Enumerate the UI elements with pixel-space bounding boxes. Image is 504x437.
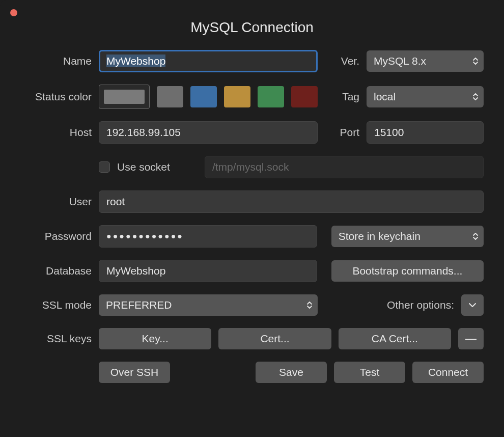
- version-select[interactable]: MySQL 8.x: [367, 50, 484, 72]
- database-label: Database: [20, 265, 92, 277]
- connect-button[interactable]: Connect: [412, 362, 484, 383]
- host-input[interactable]: 192.168.99.105: [99, 121, 318, 144]
- ssl-ca-cert-button[interactable]: CA Cert...: [339, 328, 451, 349]
- other-options-toggle[interactable]: [461, 294, 484, 316]
- dialog-title: MySQL Connection: [0, 0, 504, 50]
- use-socket-checkbox[interactable]: [99, 161, 110, 173]
- chevron-updown-icon: [472, 57, 479, 66]
- ssl-clear-button[interactable]: —: [458, 328, 484, 349]
- status-color-green[interactable]: [258, 86, 284, 107]
- port-label: Port: [340, 126, 359, 139]
- user-label: User: [20, 196, 92, 208]
- chevron-updown-icon: [472, 92, 479, 101]
- minus-icon: —: [465, 332, 477, 345]
- password-store-select[interactable]: Store in keychain: [331, 226, 484, 247]
- ssl-cert-button[interactable]: Cert...: [218, 328, 331, 349]
- name-label: Name: [20, 55, 92, 67]
- password-input[interactable]: ●●●●●●●●●●●●: [99, 225, 317, 248]
- status-color-gray[interactable]: [157, 86, 183, 107]
- tag-label: Tag: [342, 91, 359, 103]
- status-color-selected[interactable]: [99, 85, 150, 109]
- version-label: Ver.: [341, 55, 359, 67]
- close-window-button[interactable]: [10, 9, 17, 16]
- name-input[interactable]: MyWebshop: [99, 50, 318, 72]
- ssl-mode-label: SSL mode: [20, 299, 92, 311]
- test-button[interactable]: Test: [334, 362, 405, 383]
- ssl-mode-select[interactable]: PREFERRED: [99, 294, 318, 316]
- port-input[interactable]: 15100: [367, 121, 484, 144]
- user-input[interactable]: root: [99, 190, 484, 213]
- over-ssh-button[interactable]: Over SSH: [99, 362, 170, 383]
- connection-dialog: MySQL Connection Name MyWebshop Ver. MyS…: [0, 0, 504, 437]
- tag-select[interactable]: local: [367, 86, 484, 107]
- status-color-red[interactable]: [291, 86, 318, 107]
- host-label: Host: [20, 126, 92, 139]
- ssl-key-button[interactable]: Key...: [99, 328, 211, 349]
- status-color-blue[interactable]: [190, 86, 217, 107]
- status-color-gold[interactable]: [224, 86, 250, 107]
- chevron-updown-icon: [472, 232, 479, 241]
- bootstrap-commands-button[interactable]: Bootstrap commands...: [331, 260, 484, 282]
- socket-path-input: /tmp/mysql.sock: [205, 156, 484, 178]
- status-color-label: Status color: [20, 91, 92, 103]
- save-button[interactable]: Save: [256, 362, 327, 383]
- database-input[interactable]: MyWebshop: [99, 260, 317, 282]
- use-socket-label: Use socket: [117, 161, 170, 173]
- ssl-keys-label: SSL keys: [20, 333, 92, 345]
- chevron-down-icon: [468, 303, 477, 308]
- chevron-updown-icon: [306, 301, 313, 310]
- other-options-label: Other options:: [387, 299, 454, 311]
- password-label: Password: [20, 230, 92, 242]
